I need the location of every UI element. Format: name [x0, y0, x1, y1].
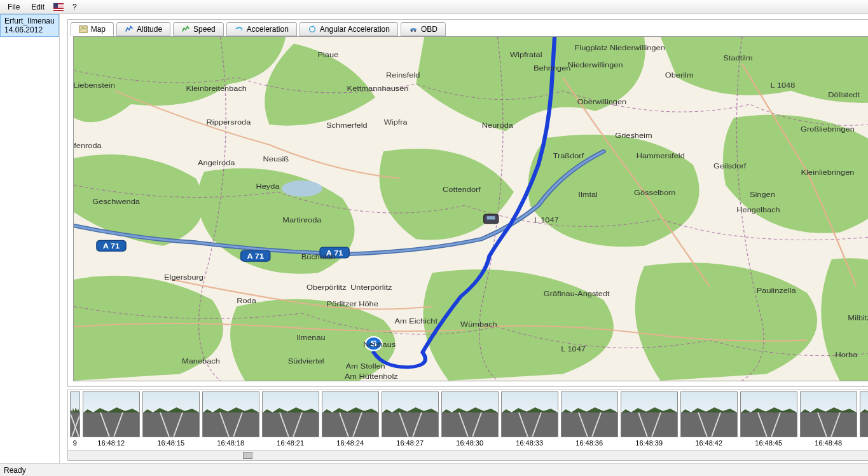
- road-shield: A 71: [240, 250, 270, 261]
- session-tree: Erfurt_Ilmenau 14.06.2012: [0, 14, 60, 463]
- menu-edit[interactable]: Edit: [26, 1, 50, 13]
- map-place-label: Oberilm: [665, 71, 693, 79]
- altitude-icon: [125, 25, 134, 34]
- map-place-label: Stadtilm: [723, 54, 752, 62]
- map-place-label: Am Hüttenholz: [344, 372, 397, 380]
- map-place-label: Griesheim: [615, 132, 652, 139]
- map-place-label: Elgersburg: [164, 273, 203, 281]
- map-place-label: Reinsfeld: [386, 71, 420, 79]
- thumb-partial[interactable]: 9: [69, 391, 81, 449]
- thumb-time: 16:48:45: [755, 439, 782, 447]
- thumb[interactable]: 16:48:30: [441, 391, 499, 449]
- filmstrip-scrollbar[interactable]: [68, 450, 868, 460]
- map-place-label: Gräfinau-Angstedt: [543, 290, 610, 297]
- thumb[interactable]: 16:48:21: [261, 391, 320, 449]
- thumb[interactable]: 16:48:51: [859, 391, 868, 449]
- map-place-label: Flugplatz Niederwillingen: [574, 44, 665, 51]
- svg-rect-0: [79, 26, 87, 33]
- thumb-image: [202, 391, 259, 437]
- map-icon: [79, 25, 88, 34]
- flag-icon[interactable]: [53, 3, 64, 11]
- tab-label: Map: [91, 25, 106, 34]
- thumb[interactable]: 16:48:18: [202, 391, 260, 449]
- map-place-label: Martinroda: [282, 216, 322, 224]
- thumb-time: 16:48:24: [336, 439, 364, 447]
- map-place-label: Horba: [835, 351, 857, 358]
- map-place-label: L 1048: [770, 81, 795, 89]
- map-place-label: Bücheloh: [301, 253, 334, 261]
- menu-file[interactable]: File: [3, 1, 25, 13]
- tab-obd[interactable]: OBD: [401, 22, 446, 36]
- tab-acceleration[interactable]: Acceleration: [226, 22, 297, 36]
- menu-help[interactable]: ?: [67, 1, 82, 13]
- status-text: Ready: [4, 466, 26, 475]
- map-view[interactable]: S A 71A 71A 71 PlaueReinsfeldWipfratalBe…: [73, 36, 868, 381]
- tab-angular[interactable]: Angular Acceleration: [300, 22, 398, 36]
- thumb-image: [561, 391, 618, 437]
- obd-icon: [409, 25, 418, 34]
- map-place-label: L 1047: [561, 345, 586, 353]
- thumb[interactable]: 16:48:45: [740, 391, 798, 449]
- map-place-label: Schmerfeld: [326, 121, 368, 129]
- thumb-time: 9: [73, 439, 77, 447]
- thumb-image: [382, 391, 439, 437]
- thumb[interactable]: 16:48:15: [142, 391, 200, 449]
- speed-icon: [181, 25, 190, 34]
- map-place-label: Paulinzella: [756, 287, 796, 294]
- tab-label: Speed: [193, 25, 216, 34]
- thumb-image: [800, 391, 857, 437]
- map-place-label: Wipfratal: [510, 51, 542, 58]
- map-place-label: Kleinliebringen: [801, 169, 854, 177]
- tab-altitude[interactable]: Altitude: [116, 22, 170, 36]
- thumb[interactable]: 16:48:24: [321, 391, 380, 449]
- scrollbar-thumb[interactable]: [243, 452, 252, 459]
- map-place-label: Oberwillingen: [577, 98, 626, 105]
- statusbar: Ready: [0, 463, 868, 476]
- thumb-image: [740, 391, 797, 437]
- map-place-label: Ilmenau: [296, 334, 326, 341]
- map-place-label: Großliebringen: [801, 125, 855, 133]
- thumb[interactable]: 16:48:27: [381, 391, 439, 449]
- svg-rect-7: [486, 216, 495, 219]
- tab-speed[interactable]: Speed: [173, 22, 224, 36]
- svg-point-3: [414, 30, 416, 32]
- map-place-label: Am Stollen: [346, 362, 385, 370]
- map-place-label: Roda: [237, 297, 256, 304]
- tabstrip: Map Altitude Speed: [68, 20, 868, 36]
- map-place-label: Hammersfeld: [636, 152, 684, 160]
- menubar: File Edit ?: [0, 0, 868, 14]
- thumb[interactable]: 16:48:42: [680, 391, 738, 449]
- map-place-label: Heyda: [256, 182, 280, 190]
- thumb[interactable]: 16:48:39: [620, 391, 679, 449]
- tab-label: OBD: [421, 25, 437, 34]
- angular-icon: [308, 25, 317, 34]
- filmstrip[interactable]: 9 16:48:1216:48:1516:48:1816:48:2116:48:…: [68, 390, 868, 450]
- thumb-time: 16:48:39: [635, 439, 663, 447]
- road-shield: A 71: [97, 240, 126, 251]
- map-place-label: Niederwillingen: [567, 61, 623, 69]
- map-place-label: Am Eichicht: [394, 317, 437, 325]
- thumb-image: [262, 391, 319, 437]
- thumb[interactable]: 16:48:48: [799, 391, 858, 449]
- thumb[interactable]: 16:48:12: [82, 391, 141, 449]
- tab-label: Altitude: [137, 25, 162, 34]
- thumb-time: 16:48:15: [157, 439, 184, 447]
- map-place-label: Neuhaus: [363, 341, 396, 348]
- thumb[interactable]: 16:48:36: [560, 391, 619, 449]
- session-item[interactable]: Erfurt_Ilmenau 14.06.2012: [0, 14, 59, 37]
- thumb-time: 16:48:36: [575, 439, 603, 447]
- svg-text:A 71: A 71: [247, 252, 264, 260]
- map-place-label: Wümbach: [460, 320, 497, 328]
- filmstrip-panel: 9 16:48:1216:48:1516:48:1816:48:2116:48:…: [67, 390, 868, 461]
- thumb-time: 16:48:21: [277, 439, 304, 447]
- thumb-time: 16:48:30: [456, 439, 483, 447]
- map-place-label: ifenroda: [74, 142, 102, 149]
- map-place-label: Liebenstein: [74, 81, 115, 89]
- thumb-image: [83, 391, 140, 437]
- thumb-image: [441, 391, 499, 437]
- thumb[interactable]: 16:48:33: [500, 391, 559, 449]
- map-place-label: Plaue: [317, 51, 338, 58]
- tab-map[interactable]: Map: [71, 22, 114, 36]
- thumb-image: [621, 391, 678, 437]
- map-place-label: Behringen: [534, 64, 570, 72]
